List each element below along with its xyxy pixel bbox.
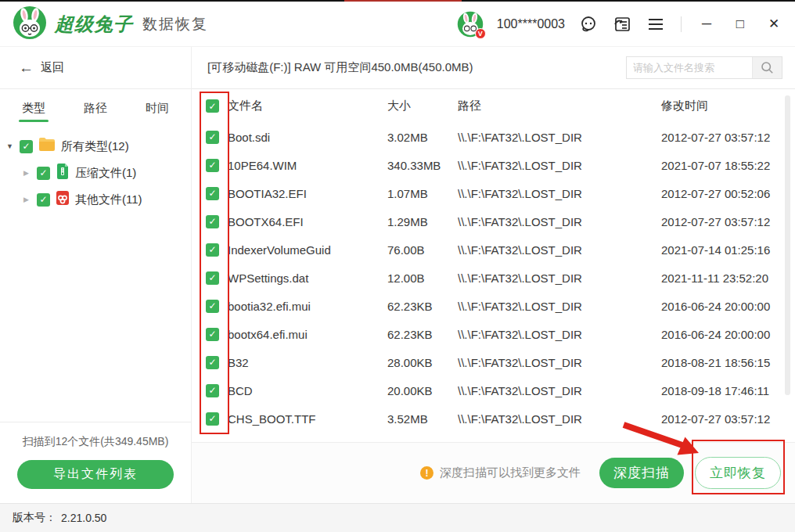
table-row[interactable]: ✓ bootx64.efi.mui 62.23KB \\.\F:\FAT32\.… (192, 320, 795, 348)
tree-item-all-types[interactable]: ▼ ✓ 所有类型(12) (6, 133, 191, 160)
tree-checkbox[interactable]: ✓ (20, 140, 33, 153)
table-row[interactable]: ✓ BOOTIA32.EFI 1.07MB \\.\F:\FAT32\.LOST… (192, 179, 795, 207)
file-name: BOOTX64.EFI (227, 215, 387, 228)
collapse-arrow-icon[interactable]: ▶ (23, 196, 31, 203)
top-edge-artifact (344, 0, 462, 2)
recover-now-button[interactable]: 立即恢复 (695, 457, 781, 489)
folder-icon (38, 138, 56, 155)
feedback-icon[interactable] (612, 14, 632, 34)
collapse-arrow-icon[interactable]: ▶ (23, 169, 31, 177)
tree-item-archive[interactable]: ▶ ✓ 压缩文件(1) (6, 160, 191, 186)
minimize-button[interactable]: ─ (696, 14, 717, 34)
table-row[interactable]: ✓ Boot.sdi 3.02MB \\.\F:\FAT32\.LOST_DIR… (192, 123, 795, 151)
back-arrow-icon: ← (19, 59, 34, 77)
file-size: 1.07MB (387, 187, 458, 200)
column-header-path[interactable]: 路径 (458, 99, 661, 113)
file-modified-time: 2016-06-24 20:00:00 (661, 328, 795, 341)
title-bar: 超级兔子 数据恢复 V 100****0003 (0, 2, 795, 47)
file-path: \\.\F:\FAT32\.LOST_DIR (458, 243, 661, 257)
version-label: 版本号： (13, 511, 56, 525)
file-size: 62.23KB (387, 328, 458, 341)
export-file-list-button[interactable]: 导出文件列表 (17, 460, 174, 489)
row-checkbox[interactable]: ✓ (206, 215, 219, 228)
file-modified-time: 2012-07-27 00:52:06 (661, 187, 795, 200)
row-checkbox[interactable]: ✓ (206, 271, 219, 285)
vip-badge: V (475, 28, 486, 39)
action-bar: ! 深度扫描可以找到更多文件 深度扫描 立即恢复 (192, 442, 795, 503)
toolbar: [可移动磁盘(F:)] RAW 可用空间450.0MB(450.0MB) (192, 47, 795, 89)
file-path: \\.\F:\FAT32\.LOST_DIR (458, 356, 661, 369)
row-checkbox[interactable]: ✓ (206, 300, 219, 313)
file-modified-time: 2012-07-27 03:57:12 (661, 215, 795, 228)
file-path: \\.\F:\FAT32\.LOST_DIR (458, 384, 661, 397)
row-checkbox[interactable]: ✓ (206, 328, 219, 341)
file-name: Boot.sdi (227, 131, 387, 144)
file-path: \\.\F:\FAT32\.LOST_DIR (458, 131, 661, 144)
search-box (626, 56, 782, 79)
table-row[interactable]: ✓ B32 28.00KB \\.\F:\FAT32\.LOST_DIR 201… (192, 348, 795, 376)
row-checkbox[interactable]: ✓ (206, 412, 219, 426)
user-avatar[interactable]: V (457, 11, 484, 38)
file-modified-time: 2021-07-14 01:25:16 (661, 243, 795, 257)
file-size: 76.00B (387, 243, 458, 257)
deep-scan-hint: ! 深度扫描可以找到更多文件 (420, 466, 581, 480)
search-icon[interactable] (752, 57, 782, 78)
sidebar: ← 返回 类型 路径 时间 ▼ ✓ 所有类型( (0, 47, 192, 503)
column-header-time[interactable]: 修改时间 (661, 99, 795, 113)
deep-scan-button[interactable]: 深度扫描 (599, 458, 684, 488)
select-all-checkbox[interactable]: ✓ (206, 99, 219, 113)
tab-type[interactable]: 类型 (20, 92, 47, 122)
app-title: 超级兔子 (55, 12, 133, 37)
warning-icon: ! (420, 466, 433, 480)
support-headset-icon[interactable] (578, 14, 599, 34)
tree-checkbox[interactable]: ✓ (37, 167, 50, 180)
file-name: B32 (227, 356, 387, 369)
table-header: ✓ 文件名 大小 路径 修改时间 (192, 89, 795, 123)
file-modified-time: 2018-09-18 17:46:11 (661, 384, 795, 397)
menu-icon[interactable] (646, 14, 666, 34)
expand-arrow-icon[interactable]: ▼ (6, 142, 14, 150)
file-name: WPSettings.dat (227, 271, 387, 285)
table-row[interactable]: ✓ bootia32.efi.mui 62.23KB \\.\F:\FAT32\… (192, 292, 795, 320)
row-checkbox[interactable]: ✓ (206, 384, 219, 397)
file-path: \\.\F:\FAT32\.LOST_DIR (458, 271, 661, 285)
table-row[interactable]: ✓ IndexerVolumeGuid 76.00B \\.\F:\FAT32\… (192, 235, 795, 264)
table-row[interactable]: ✓ BOOTX64.EFI 1.29MB \\.\F:\FAT32\.LOST_… (192, 207, 795, 235)
table-body: ✓ Boot.sdi 3.02MB \\.\F:\FAT32\.LOST_DIR… (192, 123, 795, 442)
tree-checkbox[interactable]: ✓ (37, 193, 50, 207)
tab-time[interactable]: 时间 (144, 92, 171, 122)
row-checkbox[interactable]: ✓ (206, 131, 219, 144)
window-top-edge (0, 0, 795, 2)
file-modified-time: 2012-07-27 03:57:12 (661, 131, 795, 144)
file-name: IndexerVolumeGuid (227, 243, 387, 257)
file-path: \\.\F:\FAT32\.LOST_DIR (458, 328, 661, 341)
account-id: 100****0003 (497, 17, 565, 31)
row-checkbox[interactable]: ✓ (206, 187, 219, 200)
file-modified-time: 2021-11-11 23:52:20 (661, 271, 795, 285)
back-button[interactable]: ← 返回 (0, 47, 191, 89)
row-checkbox[interactable]: ✓ (206, 243, 219, 257)
file-size: 12.00B (387, 271, 458, 285)
archive-file-icon (56, 164, 70, 182)
row-checkbox[interactable]: ✓ (206, 356, 219, 369)
row-checkbox[interactable]: ✓ (206, 159, 219, 172)
file-modified-time: 2012-07-27 03:57:12 (661, 412, 795, 426)
status-bar: 版本号： 2.21.0.50 (0, 503, 795, 532)
close-button[interactable]: ✕ (764, 14, 784, 34)
file-type-tree: ▼ ✓ 所有类型(12) ▶ ✓ (0, 125, 191, 422)
search-input[interactable] (627, 57, 752, 78)
other-file-icon (56, 190, 70, 209)
tab-path[interactable]: 路径 (82, 92, 109, 122)
file-size: 3.52MB (387, 412, 458, 426)
column-header-name[interactable]: 文件名 (227, 99, 387, 113)
table-row[interactable]: ✓ 10PE64.WIM 340.33MB \\.\F:\FAT32\.LOST… (192, 151, 795, 179)
maximize-button[interactable]: □ (730, 14, 750, 34)
tree-item-other[interactable]: ▶ ✓ 其他文件(11) (6, 186, 191, 213)
app-window: 超级兔子 数据恢复 V 100****0003 (0, 0, 795, 532)
table-row[interactable]: ✓ BCD 20.00KB \\.\F:\FAT32\.LOST_DIR 201… (192, 376, 795, 404)
table-row[interactable]: ✓ WPSettings.dat 12.00B \\.\F:\FAT32\.LO… (192, 264, 795, 292)
table-row[interactable]: ✓ CHS_BOOT.TTF 3.52MB \\.\F:\FAT32\.LOST… (192, 404, 795, 433)
file-path: \\.\F:\FAT32\.LOST_DIR (458, 187, 661, 200)
column-header-size[interactable]: 大小 (387, 99, 458, 113)
table-scrollbar[interactable] (785, 95, 790, 395)
